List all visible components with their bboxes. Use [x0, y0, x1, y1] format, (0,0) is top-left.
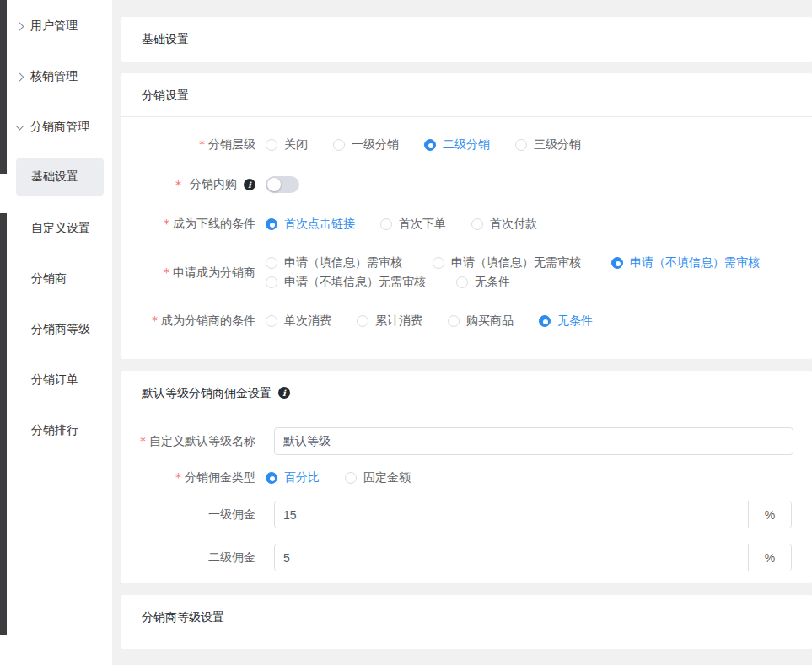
- sidebar-item-label: 分销排行: [31, 423, 78, 438]
- radio-apply-no-info-review[interactable]: 申请（不填信息）需审核: [611, 255, 760, 271]
- radio-selected-icon: [539, 315, 551, 327]
- radio-buy-product[interactable]: 购买商品: [448, 314, 514, 329]
- sidebar-item-distributor-grades[interactable]: 分销商等级: [7, 320, 112, 339]
- required-marker: *: [164, 217, 169, 230]
- radio-group-apply-condition: 申请（填信息）需审核 申请（填信息）无需审核 申请（不填信息）需审核 申请（不填…: [266, 255, 812, 290]
- radio-single-purchase[interactable]: 单次消费: [266, 314, 331, 329]
- field-label: *分销佣金类型: [121, 470, 266, 485]
- sidebar-group-verification-management[interactable]: 核销管理: [7, 67, 112, 86]
- info-icon[interactable]: i: [244, 179, 255, 190]
- sidebar-item-basic-settings[interactable]: 基础设置: [16, 158, 104, 196]
- radio-selected-icon: [266, 218, 277, 230]
- radio-cumulative-purchase[interactable]: 累计消费: [357, 314, 422, 329]
- radio-label: 首次付款: [490, 217, 537, 232]
- radio-first-payment[interactable]: 首次付款: [471, 217, 537, 232]
- default-grade-commission-card: 默认等级分销商佣金设置i *自定义默认等级名称 *分销佣金类型 百分比 固定金额…: [121, 371, 812, 583]
- radio-apply-info-review[interactable]: 申请（填信息）需审核: [266, 255, 402, 271]
- card-title: 默认等级分销商佣金设置i: [121, 371, 812, 410]
- form-row-distribution-level: *分销层级 关闭 一级分销 二级分销 三级分销: [121, 137, 812, 153]
- radio-group-distribution-level: 关闭 一级分销 二级分销 三级分销: [266, 137, 812, 153]
- sidebar-item-custom-settings[interactable]: 自定义设置: [7, 219, 112, 238]
- radio-label: 申请（填信息）需审核: [284, 255, 402, 271]
- sidebar: 用户管理 核销管理 分销商管理 基础设置 自定义设置 分销商 分销商等级 分销订…: [7, 0, 112, 665]
- sidebar-item-distribution-ranking[interactable]: 分销排行: [7, 421, 112, 440]
- percent-unit: %: [748, 501, 791, 528]
- radio-icon: [266, 315, 277, 327]
- radio-icon: [515, 139, 527, 151]
- radio-percentage[interactable]: 百分比: [266, 470, 320, 485]
- radio-fixed-amount[interactable]: 固定金额: [345, 470, 411, 485]
- radio-label: 三级分销: [534, 137, 581, 153]
- radio-group-commission-type: 百分比 固定金额: [266, 470, 812, 485]
- toggle-knob: [267, 178, 281, 191]
- radio-icon: [380, 218, 392, 230]
- info-icon[interactable]: i: [278, 387, 290, 399]
- radio-first-order[interactable]: 首次下单: [380, 217, 446, 232]
- radio-apply-unconditional[interactable]: 无条件: [456, 275, 510, 290]
- radio-icon: [433, 257, 444, 269]
- sidebar-group-label: 核销管理: [30, 69, 78, 84]
- radio-group-downline-condition: 首次点击链接 首次下单 首次付款: [266, 217, 812, 232]
- second-level-commission-input[interactable]: [275, 544, 748, 571]
- distribution-settings-card: 分销设置 *分销层级 关闭 一级分销 二级分销 三级分销 *分销内购i: [121, 73, 812, 359]
- field-label: *自定义默认等级名称: [121, 434, 266, 449]
- radio-level-three[interactable]: 三级分销: [515, 137, 581, 153]
- sidebar-item-label: 分销商等级: [31, 322, 90, 337]
- radio-apply-no-info-no-review[interactable]: 申请（不填信息）无需审核: [266, 275, 426, 290]
- radio-label: 申请（填信息）无需审核: [451, 255, 581, 271]
- radio-label: 首次点击链接: [284, 217, 355, 232]
- form-row-become-distributor-condition: *成为分销商的条件 单次消费 累计消费 购买商品 无条件: [121, 314, 812, 329]
- field-label: *申请成为分销商: [121, 265, 266, 281]
- first-level-commission-input[interactable]: [275, 501, 748, 528]
- sidebar-group-distributor-management[interactable]: 分销商管理: [7, 118, 112, 137]
- sidebar-group-label: 用户管理: [30, 19, 78, 34]
- radio-label: 申请（不填信息）需审核: [630, 255, 760, 271]
- form-row-apply-become-distributor: *申请成为分销商 申请（填信息）需审核 申请（填信息）无需审核 申请（不填信息）…: [121, 255, 812, 290]
- radio-label: 关闭: [284, 137, 308, 153]
- commission-form: *自定义默认等级名称 *分销佣金类型 百分比 固定金额 一级佣金 %: [121, 410, 812, 583]
- required-marker: *: [164, 265, 169, 279]
- radio-icon: [448, 315, 460, 327]
- radio-icon: [345, 472, 357, 484]
- field-label: *成为下线的条件: [121, 217, 266, 232]
- radio-label: 二级分销: [443, 137, 490, 153]
- radio-unconditional[interactable]: 无条件: [539, 314, 593, 329]
- form-row-first-level-commission: 一级佣金 %: [121, 501, 812, 528]
- radio-level-off[interactable]: 关闭: [266, 137, 308, 153]
- basic-settings-card: 基础设置: [121, 17, 812, 62]
- radio-level-two[interactable]: 二级分销: [424, 137, 490, 153]
- radio-label: 累计消费: [375, 314, 422, 329]
- radio-label: 无条件: [475, 275, 510, 290]
- radio-apply-info-no-review[interactable]: 申请（填信息）无需审核: [433, 255, 581, 271]
- radio-label: 申请（不填信息）无需审核: [284, 275, 426, 290]
- field-label: 一级佣金: [121, 507, 266, 523]
- radio-icon: [266, 276, 277, 288]
- first-level-commission-group: %: [274, 501, 792, 528]
- chevron-right-icon: [16, 22, 24, 30]
- sidebar-item-distributors[interactable]: 分销商: [7, 270, 112, 288]
- form-row-second-level-commission: 二级佣金 %: [121, 544, 812, 571]
- sidebar-item-label: 自定义设置: [31, 221, 90, 236]
- sidebar-item-label: 基础设置: [31, 169, 78, 185]
- sidebar-group-label: 分销商管理: [30, 120, 89, 135]
- default-grade-name-input[interactable]: [274, 427, 793, 455]
- radio-label: 购买商品: [466, 314, 514, 329]
- radio-label: 固定金额: [363, 470, 411, 485]
- left-dark-rail: [0, 0, 7, 665]
- radio-first-click-link[interactable]: 首次点击链接: [266, 217, 355, 232]
- sidebar-item-label: 分销订单: [31, 373, 78, 388]
- sidebar-item-label: 分销商: [31, 271, 67, 287]
- sidebar-group-user-management[interactable]: 用户管理: [7, 17, 112, 35]
- sidebar-item-distribution-orders[interactable]: 分销订单: [7, 371, 112, 389]
- form-row-downline-condition: *成为下线的条件 首次点击链接 首次下单 首次付款: [121, 217, 812, 232]
- radio-selected-icon: [424, 139, 436, 151]
- internal-purchase-toggle[interactable]: [266, 176, 299, 193]
- radio-icon: [266, 139, 277, 151]
- radio-selected-icon: [611, 257, 623, 269]
- radio-icon: [333, 139, 345, 151]
- radio-group-become-condition: 单次消费 累计消费 购买商品 无条件: [266, 314, 812, 329]
- radio-label: 单次消费: [284, 314, 331, 329]
- required-marker: *: [175, 470, 181, 484]
- field-label: 二级佣金: [121, 550, 266, 566]
- radio-level-one[interactable]: 一级分销: [333, 137, 399, 153]
